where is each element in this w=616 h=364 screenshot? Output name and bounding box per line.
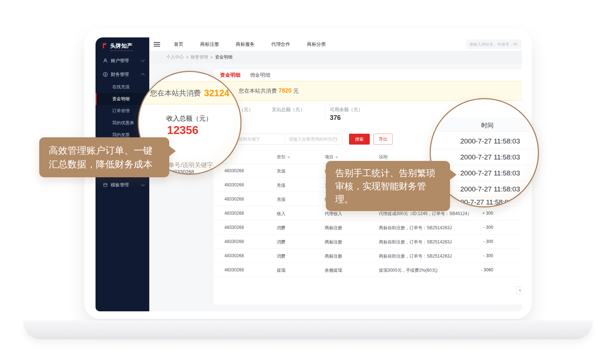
cell-order-no: 48330268	[224, 225, 244, 230]
nav-item-trademark-service[interactable]: 商标服务	[236, 41, 255, 48]
column-header-type[interactable]: 类型	[277, 154, 290, 160]
callout-right: 告别手工统计、告别繁琐 审核，实现智能财务管 理。	[326, 161, 450, 211]
banner-unit: 元	[293, 88, 299, 94]
column-header-desc: 说明	[379, 154, 388, 160]
lens-banner-text: 您在本站共消费	[150, 88, 201, 98]
chevron-down-icon	[141, 183, 145, 186]
sidebar-item-label: 我的优惠券	[112, 120, 134, 126]
cell-project: 商标注册	[325, 253, 342, 259]
stat-balance-value: 376	[330, 114, 341, 122]
callout-arrow-icon	[169, 146, 176, 156]
brand-tagline	[111, 50, 133, 51]
cell-order-no: 48330268	[224, 168, 244, 173]
cell-order-no: 48330268	[224, 182, 244, 187]
callout-arrow-icon	[450, 170, 457, 180]
consumption-banner: 您在本站共消费 7820 元	[220, 81, 522, 101]
cell-order-no: 48330268	[224, 267, 244, 272]
nav-item-trademark-category[interactable]: 商标分类	[307, 41, 326, 48]
lens-income-label: 收入总额（元）	[166, 114, 212, 123]
calendar-icon[interactable]	[333, 137, 337, 142]
hamburger-menu-icon[interactable]	[154, 42, 160, 46]
sidebar-item-label: 在线充值	[112, 84, 130, 90]
callout-left: 高效管理账户订单、一键 汇总数据，降低财务成本	[39, 137, 169, 177]
chevron-down-icon	[141, 58, 145, 62]
breadcrumb-item[interactable]: 个人中心	[166, 54, 184, 60]
cell-type: 消费	[277, 253, 285, 259]
cell-project: 代理收入	[325, 211, 342, 217]
cell-type: 消费	[277, 239, 285, 245]
lens-keyword-fragment: 订单号/说明关键字	[162, 161, 213, 169]
table-row[interactable]: 48330268消费商标注册商标自助注册，订单号：SB2514263J- 300…	[214, 234, 522, 249]
lens-time-value: 2000-7-27 11:58:03	[444, 137, 536, 145]
stat-expense-label: 支出总额（元）	[272, 106, 305, 113]
callout-text: 汇总数据，降低财务成本	[49, 157, 160, 171]
cell-type: 收入	[277, 211, 285, 217]
column-header-project[interactable]: 项目	[325, 154, 338, 160]
sidebar-item-templates[interactable]: 模板管理	[96, 178, 149, 191]
lens-banner-amount: 32124	[204, 88, 230, 98]
lens-income-value: 12356	[167, 124, 198, 137]
stat-divider	[325, 106, 325, 121]
brand-logo[interactable]: 头牌知产	[101, 42, 133, 49]
breadcrumb: 个人中心 > 财务管理 > 资金明细	[149, 51, 522, 63]
sort-caret-icon	[335, 157, 338, 158]
cell-desc: 商标自助注册，订单号：SB2514263J	[379, 239, 452, 245]
chevron-up-icon	[141, 73, 145, 77]
cell-project: 商标注册	[325, 239, 342, 245]
finance-icon	[103, 72, 108, 77]
cell-order-no: 48330268	[224, 197, 244, 202]
sidebar-item-label: 订单管理	[112, 108, 130, 114]
cell-project: 余额提现	[325, 267, 342, 274]
template-icon	[103, 182, 108, 187]
table-row[interactable]: 48330268消费商标注册商标自助注册，订单号：SB2514263J- 300…	[214, 220, 522, 235]
pagination-prev-button[interactable]: <	[516, 286, 522, 294]
sidebar-item-label: 模板管理	[111, 182, 129, 188]
cell-type: 充值	[277, 168, 285, 174]
stat-balance-label: 可用余额（元）	[330, 106, 363, 113]
sidebar-item-finance[interactable]: 财务管理	[96, 68, 149, 81]
cell-order-no: 48330268	[224, 211, 244, 216]
cell-amount: + 300	[453, 211, 493, 216]
pagination: < 1 2 3 4 5	[516, 286, 522, 294]
laptop-base	[23, 320, 593, 339]
cell-amount: - 300	[453, 225, 493, 230]
cell-amount: - 300	[453, 239, 493, 244]
nav-item-home[interactable]: 首页	[174, 41, 183, 48]
cell-amount: - 300	[453, 253, 493, 258]
tab-fund-detail[interactable]: 资金明细	[220, 72, 240, 78]
sidebar-item-label: 资金明细	[112, 96, 130, 102]
cell-type: 充值	[277, 182, 285, 189]
cell-order-no: 48330268	[224, 239, 244, 244]
breadcrumb-current: 资金明细	[215, 54, 232, 60]
cell-desc: 商标自助注册，订单号：SB2514263J	[379, 225, 452, 231]
table-row[interactable]: 48330268消费商标注册商标自助注册，订单号：SB2514263J- 300…	[214, 248, 522, 263]
sidebar-item-recharge[interactable]: 在线充值	[96, 81, 149, 93]
sidebar-item-account[interactable]: 账户管理	[96, 54, 149, 67]
tab-commission-detail[interactable]: 佣金明细	[250, 72, 270, 78]
lens-time-value: 2000-7-27 11:58:03	[444, 153, 536, 161]
export-button[interactable]: 导出	[373, 134, 393, 145]
cell-type: 提现	[277, 267, 285, 274]
page: 头牌知产 账户管理 财务管理 在线充值 资金明细 订单管理 我的优惠券 我的发票	[0, 0, 616, 364]
breadcrumb-separator: >	[186, 55, 189, 60]
cell-order-no: 48330268	[224, 253, 244, 258]
search-button[interactable]: 搜索	[349, 134, 370, 145]
top-navbar: 首页 商标注册 商标服务 代理合作 商标分类	[149, 37, 522, 51]
banner-amount: 7820	[279, 88, 292, 94]
cell-desc: 商标自助注册，订单号：SB2514263J	[379, 253, 452, 259]
table-row[interactable]: 48330268提现余额提现提现3000元，手续费2%(60元)- 3060¥ …	[214, 263, 522, 277]
global-search-input[interactable]	[466, 40, 521, 49]
callout-text: 告别手工统计、告别繁琐	[335, 166, 441, 179]
brand-name: 头牌知产	[110, 43, 133, 49]
callout-text: 高效管理账户订单、一键	[49, 143, 160, 157]
top-menu: 首页 商标注册 商标服务 代理合作 商标分类	[174, 41, 326, 48]
lens-time-value: 2000-7-27 11:58:03	[444, 169, 536, 177]
brand-logo-icon	[101, 42, 108, 49]
breadcrumb-separator: >	[210, 55, 213, 60]
breadcrumb-item[interactable]: 财务管理	[191, 54, 208, 60]
lens-row-divider	[431, 149, 538, 149]
cell-amount: - 3060	[453, 267, 493, 272]
cell-project: 商标注册	[325, 225, 342, 231]
nav-item-trademark-register[interactable]: 商标注册	[200, 41, 219, 48]
nav-item-agency[interactable]: 代理合作	[271, 41, 290, 48]
